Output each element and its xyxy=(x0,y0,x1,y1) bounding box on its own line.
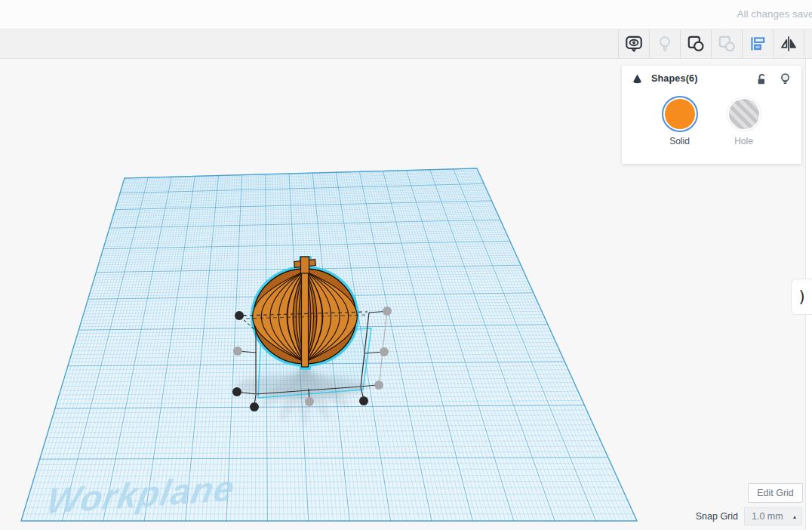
scale-handle[interactable] xyxy=(250,402,259,411)
annotation-button[interactable] xyxy=(618,29,649,58)
scale-handle[interactable] xyxy=(359,396,368,405)
group-icon xyxy=(686,34,706,54)
shapes-inspector-panel: Shapes(6) Solid xyxy=(622,66,801,164)
toolbar-right-group xyxy=(618,29,804,58)
edit-grid-button[interactable]: Edit Grid xyxy=(748,483,803,503)
side-scale-handle[interactable] xyxy=(383,307,392,316)
save-status: All changes saved xyxy=(737,8,812,20)
caret-icon: ▴ xyxy=(793,513,801,520)
mirror-icon xyxy=(779,34,798,54)
side-scale-handle[interactable] xyxy=(380,347,389,356)
visibility-toggle-button[interactable] xyxy=(778,72,792,86)
solid-swatch xyxy=(665,99,695,129)
align-icon xyxy=(748,34,767,54)
lightbulb-icon xyxy=(655,34,675,54)
show-hide-button[interactable] xyxy=(649,29,680,58)
ungroup-button[interactable] xyxy=(711,29,742,58)
align-button[interactable] xyxy=(742,29,773,58)
toolbar xyxy=(0,29,812,59)
snap-grid-dropdown[interactable]: 1.0 mm ▴ xyxy=(744,507,802,525)
panel-expand-toggle[interactable]: ) xyxy=(791,279,812,315)
app-window: All changes saved xyxy=(0,0,812,530)
snap-grid-label: Snap Grid xyxy=(696,511,738,522)
shapes-header: Shapes(6) xyxy=(622,66,801,91)
solid-option[interactable]: Solid xyxy=(657,99,703,146)
hole-option[interactable]: Hole xyxy=(721,99,767,146)
scale-handle[interactable] xyxy=(232,387,241,396)
ungroup-icon xyxy=(717,34,737,54)
group-button[interactable] xyxy=(680,29,711,58)
material-options: Solid Hole xyxy=(622,99,801,146)
unlock-icon xyxy=(754,72,768,86)
hole-swatch xyxy=(729,99,759,129)
comment-eye-icon xyxy=(624,34,644,54)
shapes-panel-title: Shapes(6) xyxy=(651,73,698,84)
scale-handle[interactable] xyxy=(235,311,244,320)
mirror-button[interactable] xyxy=(773,29,804,58)
solid-label: Solid xyxy=(669,136,690,146)
side-scale-handle[interactable] xyxy=(374,381,383,390)
top-bar: All changes saved xyxy=(0,0,812,29)
lightbulb-icon xyxy=(778,72,792,86)
chevron-right-icon: ) xyxy=(798,288,804,306)
viewport-canvas[interactable]: Workplane ) Shapes(6) xyxy=(0,59,812,530)
hole-label: Hole xyxy=(734,136,753,146)
snap-grid-value: 1.0 mm xyxy=(745,511,793,522)
cone-icon xyxy=(631,72,644,85)
side-scale-handle[interactable] xyxy=(233,347,242,356)
side-scale-handle[interactable] xyxy=(305,397,314,406)
lock-toggle-button[interactable] xyxy=(754,72,768,86)
